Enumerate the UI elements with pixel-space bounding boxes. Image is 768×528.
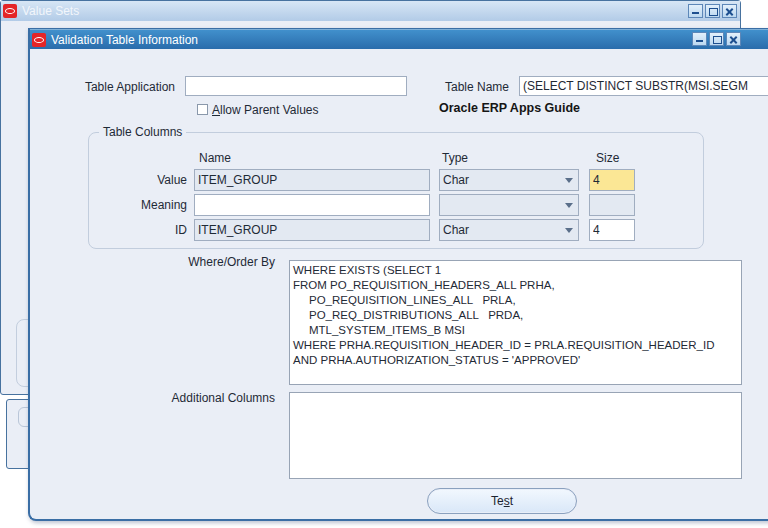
table-application-input[interactable] xyxy=(185,76,407,96)
oracle-logo-icon xyxy=(32,33,46,47)
dialog-title: Validation Table Information xyxy=(51,33,198,47)
value-type-dropdown[interactable]: Char xyxy=(439,169,579,191)
table-columns-legend: Table Columns xyxy=(99,125,186,139)
column-header-size: Size xyxy=(596,151,619,165)
value-sets-window-controls xyxy=(688,4,737,18)
additional-columns-textarea[interactable] xyxy=(289,392,742,479)
where-order-by-textarea[interactable]: WHERE EXISTS (SELECT 1 FROM PO_REQUISITI… xyxy=(289,260,742,385)
dialog-window-controls xyxy=(692,32,741,46)
close-icon[interactable] xyxy=(722,4,737,18)
meaning-size-input[interactable] xyxy=(589,194,635,216)
value-size-input[interactable] xyxy=(589,169,635,191)
column-header-name: Name xyxy=(199,151,231,165)
test-button[interactable]: Test xyxy=(427,488,577,514)
allow-parent-values-mnemonic: A xyxy=(212,103,220,117)
row-label-id: ID xyxy=(90,223,187,237)
test-button-label-pre: Te xyxy=(491,494,504,508)
id-size-input[interactable] xyxy=(589,219,635,241)
meaning-type-dropdown[interactable] xyxy=(439,194,579,216)
table-name-label: Table Name xyxy=(445,80,509,94)
dialog-titlebar[interactable]: Validation Table Information xyxy=(30,29,768,49)
chevron-down-icon xyxy=(565,178,573,183)
value-sets-window-title: Value Sets xyxy=(22,4,79,18)
value-type-value: Char xyxy=(443,173,565,187)
where-order-by-label: Where/Order By xyxy=(150,255,275,269)
oracle-logo-icon xyxy=(3,4,17,18)
id-type-value: Char xyxy=(443,223,565,237)
maximize-icon[interactable] xyxy=(705,4,720,18)
table-application-label: Table Application xyxy=(50,80,175,94)
chevron-down-icon xyxy=(565,203,573,208)
maximize-icon[interactable] xyxy=(709,32,724,46)
id-name-input[interactable] xyxy=(194,219,430,241)
column-header-type: Type xyxy=(442,151,468,165)
close-icon[interactable] xyxy=(726,32,741,46)
row-label-meaning: Meaning xyxy=(90,198,187,212)
table-name-input[interactable] xyxy=(519,76,768,96)
row-label-value: Value xyxy=(90,173,187,187)
id-type-dropdown[interactable]: Char xyxy=(439,219,579,241)
allow-parent-values-label-rest: llow Parent Values xyxy=(220,103,319,117)
test-button-label-post: t xyxy=(510,494,513,508)
minimize-icon[interactable] xyxy=(692,32,707,46)
additional-columns-label: Additional Columns xyxy=(150,391,275,405)
chevron-down-icon xyxy=(565,228,573,233)
meaning-name-input[interactable] xyxy=(194,194,430,216)
allow-parent-values-label: Allow Parent Values xyxy=(212,103,319,117)
validation-table-information-dialog: Validation Table Information Table Appli… xyxy=(28,28,768,521)
oracle-erp-apps-guide-text: Oracle ERP Apps Guide xyxy=(439,101,580,115)
value-name-input[interactable] xyxy=(194,169,430,191)
minimize-icon[interactable] xyxy=(688,4,703,18)
allow-parent-values-checkbox[interactable] xyxy=(197,104,208,115)
value-sets-titlebar[interactable]: Value Sets xyxy=(1,1,740,21)
